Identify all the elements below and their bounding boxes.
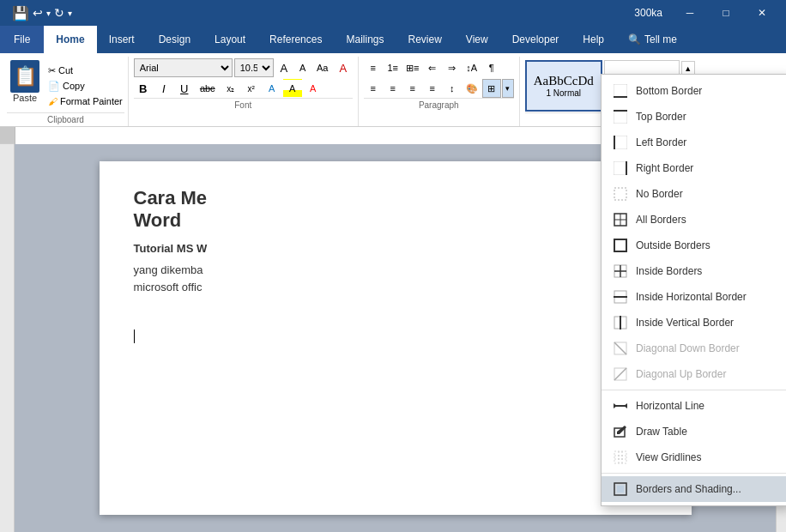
tab-help[interactable]: Help xyxy=(571,26,616,53)
justify-button[interactable]: ≡ xyxy=(423,79,442,98)
svg-rect-6 xyxy=(614,161,627,175)
multilevel-list-button[interactable]: ⊞≡ xyxy=(403,58,422,77)
font-size-increase-button[interactable]: A xyxy=(275,58,293,77)
paste-button[interactable]: 📋 Paste xyxy=(7,58,43,112)
subscript-button[interactable]: x₂ xyxy=(221,79,240,98)
italic-button[interactable]: I xyxy=(154,79,173,98)
restore-button[interactable]: □ xyxy=(709,0,743,26)
menu-item-diagonal-down: Diagonal Down Border xyxy=(602,336,786,361)
menu-item-top-border[interactable]: Top Border xyxy=(602,104,786,130)
inside-h-border-icon xyxy=(612,288,629,305)
bullets-button[interactable]: ≡ xyxy=(364,58,383,77)
font-name-select[interactable]: Arial xyxy=(134,58,233,77)
tab-file[interactable]: File xyxy=(0,26,44,53)
right-border-icon xyxy=(612,160,629,177)
tab-insert[interactable]: Insert xyxy=(97,26,147,53)
svg-rect-28 xyxy=(614,451,626,463)
clipboard-label: Clipboard xyxy=(7,112,124,124)
paragraph-group-label: Paragraph xyxy=(364,98,514,110)
borders-button[interactable]: ⊞ xyxy=(482,79,501,98)
tab-design[interactable]: Design xyxy=(147,26,203,53)
shading-button[interactable]: 🎨 xyxy=(463,79,481,98)
tab-view[interactable]: View xyxy=(454,26,500,53)
align-left-button[interactable]: ≡ xyxy=(364,79,383,98)
diagonal-up-border-icon xyxy=(612,366,629,383)
document-title: Cara Me Word xyxy=(134,187,657,232)
svg-line-21 xyxy=(614,342,626,354)
title-bar: 💾 ↩ ▾ ↻ ▾ 300ka ─ □ ✕ xyxy=(0,0,786,26)
no-border-icon xyxy=(612,185,629,203)
text-cursor xyxy=(134,329,135,343)
tab-references[interactable]: References xyxy=(257,26,334,53)
tab-tell-me[interactable]: 🔍Tell me xyxy=(616,26,689,53)
menu-item-draw-table[interactable]: Draw Table xyxy=(602,419,786,444)
menu-item-right-border[interactable]: Right Border xyxy=(602,155,786,181)
menu-item-outside-borders[interactable]: Outside Borders xyxy=(602,233,786,258)
strikethrough-button[interactable]: abc xyxy=(196,79,220,98)
copy-button[interactable]: 📄Copy xyxy=(46,79,124,94)
borders-dropdown-button[interactable]: ▾ xyxy=(502,79,514,98)
svg-rect-12 xyxy=(614,239,626,251)
text-effects-button[interactable]: A xyxy=(263,79,281,98)
show-hide-button[interactable]: ¶ xyxy=(482,58,501,77)
top-border-icon xyxy=(612,108,629,125)
draw-table-icon xyxy=(612,423,629,440)
underline-button[interactable]: U xyxy=(175,79,194,98)
align-center-button[interactable]: ≡ xyxy=(384,79,402,98)
bold-button[interactable]: B xyxy=(134,79,153,98)
undo-icon[interactable]: ↩ xyxy=(33,6,43,20)
sort-button[interactable]: ↕A xyxy=(463,58,481,77)
menu-item-left-border[interactable]: Left Border xyxy=(602,130,786,155)
menu-item-inside-v-border[interactable]: Inside Vertical Border xyxy=(602,310,786,336)
tab-home[interactable]: Home xyxy=(44,26,96,53)
format-painter-button[interactable]: 🖌Format Painter xyxy=(46,94,124,108)
font-color-button[interactable]: A xyxy=(304,79,323,98)
close-button[interactable]: ✕ xyxy=(745,0,779,26)
paragraph-group: ≡ 1≡ ⊞≡ ⇐ ⇒ ↕A ¶ ≡ ≡ ≡ ≡ ↕ 🎨 ⊞ ▾ Paragra… xyxy=(359,57,520,126)
window-controls: ─ □ ✕ xyxy=(673,0,779,26)
tab-developer[interactable]: Developer xyxy=(500,26,571,53)
numbering-button[interactable]: 1≡ xyxy=(384,58,402,77)
save-icon[interactable]: 💾 xyxy=(12,5,29,21)
document-body-2: microsoft offic xyxy=(134,279,657,296)
menu-item-inside-h-border[interactable]: Inside Horizontal Border xyxy=(602,284,786,310)
menu-item-view-gridlines[interactable]: View Gridlines xyxy=(602,444,786,470)
tab-mailings[interactable]: Mailings xyxy=(334,26,396,53)
outside-borders-icon xyxy=(612,237,629,254)
svg-rect-0 xyxy=(614,84,627,98)
menu-item-no-border[interactable]: No Border xyxy=(602,181,786,207)
menu-item-diagonal-up: Diagonal Up Border xyxy=(602,361,786,387)
decrease-indent-button[interactable]: ⇐ xyxy=(423,58,442,77)
left-border-icon xyxy=(612,134,629,151)
redo-icon[interactable]: ↻ xyxy=(54,6,64,20)
font-size-select[interactable]: 10.5 xyxy=(234,58,274,77)
increase-indent-button[interactable]: ⇒ xyxy=(443,58,462,77)
cut-button[interactable]: ✂Cut xyxy=(46,63,124,78)
style-normal[interactable]: AaBbCcDd 1 Normal xyxy=(525,60,602,112)
font-size-decrease-button[interactable]: A xyxy=(294,58,311,77)
font-group: Arial 10.5 A A Aa A B I U abc x₂ x² A A … xyxy=(129,57,359,126)
highlight-color-button[interactable]: A xyxy=(283,79,302,98)
minimize-button[interactable]: ─ xyxy=(673,0,707,26)
superscript-button[interactable]: x² xyxy=(242,79,261,98)
clear-format-button[interactable]: A xyxy=(334,58,353,77)
vertical-ruler xyxy=(0,144,15,532)
menu-item-borders-and-shading[interactable]: Borders and Shading... xyxy=(602,476,786,502)
change-case-button[interactable]: Aa xyxy=(313,58,332,77)
customize-qat-icon[interactable]: ▾ xyxy=(68,9,72,18)
menu-item-bottom-border[interactable]: Bottom Border xyxy=(602,78,786,104)
svg-rect-34 xyxy=(617,486,624,493)
undo-dropdown-icon[interactable]: ▾ xyxy=(46,9,51,18)
tab-layout[interactable]: Layout xyxy=(203,26,257,53)
line-spacing-button[interactable]: ↕ xyxy=(443,79,462,98)
svg-marker-26 xyxy=(624,403,627,408)
diagonal-down-border-icon xyxy=(612,340,629,357)
cursor-position xyxy=(134,329,657,346)
menu-item-horizontal-line[interactable]: Horizontal Line xyxy=(602,393,786,419)
align-right-button[interactable]: ≡ xyxy=(403,79,422,98)
menu-item-inside-borders[interactable]: Inside Borders xyxy=(602,258,786,284)
tab-review[interactable]: Review xyxy=(396,26,453,53)
horizontal-line-icon xyxy=(612,397,629,414)
menu-item-all-borders[interactable]: All Borders xyxy=(602,207,786,233)
menu-separator-1 xyxy=(602,390,786,390)
